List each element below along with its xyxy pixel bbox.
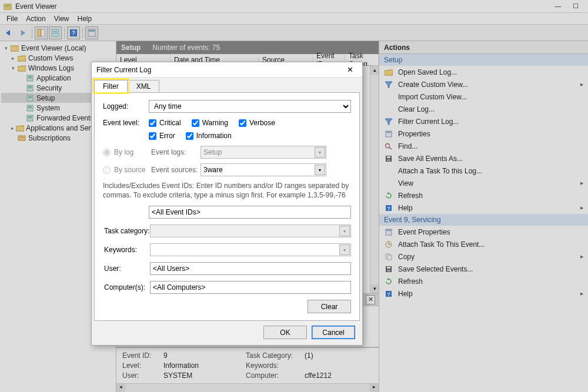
verbose-checkbox[interactable]: Verbose [239,119,275,127]
bylog-radio: By log [103,148,150,156]
eventlogs-label: Event logs: [151,148,201,156]
user-input[interactable] [150,262,351,275]
dialog-close-button[interactable]: ✕ [342,65,358,74]
user-label: User: [104,264,150,273]
dialog-title: Filter Current Log [96,66,151,74]
eventlogs-combo: Setup▾ [201,146,326,159]
computers-label: Computer(s): [104,283,150,292]
logged-select[interactable]: Any time [149,100,351,113]
tab-xml[interactable]: XML [128,80,160,92]
keywords-label: Keywords: [104,246,150,254]
computers-input[interactable] [150,281,351,294]
chevron-down-icon: ▾ [315,147,325,158]
critical-checkbox[interactable]: Critical [149,119,181,127]
tab-filter[interactable]: Filter [94,80,128,92]
chevron-down-icon: ▾ [315,165,325,175]
eventids-input[interactable] [149,206,351,219]
taskcategory-combo[interactable]: ▾ [150,225,351,237]
error-checkbox[interactable]: Error [149,132,175,140]
taskcat-label: Task category: [104,227,150,235]
eventlevel-label: Event level: [103,119,149,127]
dialog-titlebar: Filter Current Log ✕ [92,62,362,78]
filter-dialog: Filter Current Log ✕ Filter XML Logged: … [91,62,363,346]
chevron-down-icon: ▾ [339,244,350,255]
cancel-button[interactable]: Cancel [312,326,355,339]
information-checkbox[interactable]: Information [186,132,232,140]
clear-button[interactable]: Clear [308,300,351,313]
eventids-note: Includes/Excludes Event IDs: Enter ID nu… [103,181,351,200]
eventsources-combo[interactable]: 3ware▾ [201,163,326,176]
eventsources-label: Event sources: [151,166,201,174]
ok-button[interactable]: OK [263,326,307,339]
filter-tab-body: Logged: Any time Event level: Critical W… [94,92,360,321]
warning-checkbox[interactable]: Warning [192,119,228,127]
keywords-combo[interactable]: ▾ [150,243,351,256]
bysource-radio: By source [103,166,150,174]
logged-label: Logged: [103,102,149,110]
chevron-down-icon: ▾ [339,226,350,236]
